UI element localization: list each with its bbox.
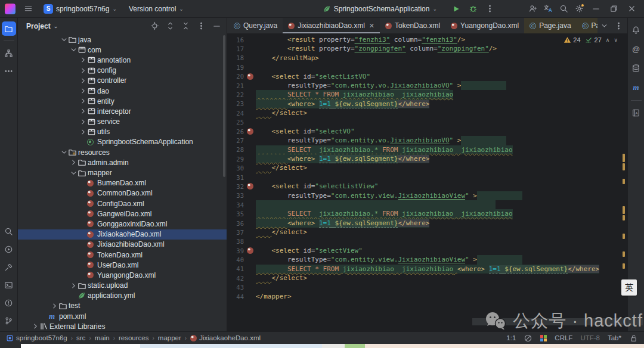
project-tool-button[interactable] bbox=[2, 21, 16, 36]
error-stripe-mark[interactable] bbox=[623, 234, 625, 239]
tree-expand-chevron-icon[interactable] bbox=[79, 57, 87, 63]
typos-indicator[interactable]: 27 bbox=[585, 36, 602, 44]
error-stripe-mark[interactable] bbox=[623, 215, 625, 220]
tree-item-tokendao-xml[interactable]: TokenDao.xml bbox=[18, 250, 227, 260]
minimize-button[interactable] bbox=[587, 2, 605, 16]
hide-panel-button[interactable] bbox=[210, 20, 223, 33]
plugin-status-button[interactable] bbox=[540, 335, 547, 341]
tab-tokendao-xml[interactable]: TokenDao.xml bbox=[380, 18, 445, 33]
code-editor[interactable]: 16 <result property="fenzhi3" column="fe… bbox=[227, 34, 627, 331]
run-configuration-selector[interactable]: SpringbootSchemaApplication ⌄ bbox=[318, 2, 441, 15]
tree-item-yuangongdao-xml[interactable]: YuangongDao.xml bbox=[18, 270, 227, 280]
breadcrumb-src[interactable]: src bbox=[76, 334, 85, 341]
tree-expand-chevron-icon[interactable] bbox=[79, 67, 87, 74]
run-tool-button[interactable] bbox=[2, 242, 16, 256]
database-tool-button[interactable] bbox=[629, 61, 643, 75]
expand-all-button[interactable] bbox=[163, 20, 177, 33]
project-selector[interactable]: S springboot57n6g ⌄ bbox=[39, 2, 121, 16]
tree-item-external-libraries[interactable]: External Libraries bbox=[18, 321, 227, 331]
tree-collapse-chevron-icon[interactable] bbox=[69, 46, 78, 53]
notifications-button[interactable] bbox=[629, 23, 643, 37]
tree-expand-chevron-icon[interactable] bbox=[50, 303, 58, 309]
terminal-tool-button[interactable] bbox=[2, 278, 16, 292]
tree-expand-chevron-icon[interactable] bbox=[79, 119, 87, 125]
collapse-all-button[interactable] bbox=[179, 20, 192, 33]
search-everywhere-button[interactable] bbox=[556, 2, 571, 16]
tab-query-java[interactable]: CQuery.java bbox=[228, 18, 283, 33]
error-stripe-mark[interactable] bbox=[623, 154, 625, 162]
find-tool-button[interactable] bbox=[2, 224, 16, 238]
tree-item-resources[interactable]: resources bbox=[18, 147, 227, 157]
tree-expand-chevron-icon[interactable] bbox=[69, 282, 78, 289]
tab-page-java[interactable]: CPage.java bbox=[524, 18, 576, 33]
tree-expand-chevron-icon[interactable] bbox=[79, 129, 87, 135]
line-separator-widget[interactable]: CRLF bbox=[555, 334, 572, 341]
tree-item-application-yml[interactable]: application.yml bbox=[18, 291, 227, 301]
indent-widget[interactable]: Tab* bbox=[608, 334, 621, 341]
previous-problem-button[interactable]: ∧ bbox=[606, 37, 610, 43]
structure-tool-button[interactable] bbox=[2, 46, 16, 60]
tab-jixiaozhibiaodao-xml[interactable]: JixiaozhibiaoDao.xml✕ bbox=[283, 18, 380, 33]
tree-collapse-chevron-icon[interactable] bbox=[60, 149, 68, 156]
tree-item-test[interactable]: test bbox=[18, 301, 227, 311]
next-problem-button[interactable]: ∨ bbox=[614, 37, 618, 43]
build-tool-button[interactable] bbox=[2, 260, 16, 274]
close-tab-icon[interactable]: ✕ bbox=[369, 22, 374, 30]
error-stripe-mark[interactable] bbox=[623, 163, 625, 170]
git-tool-button[interactable] bbox=[2, 313, 16, 328]
tree-collapse-chevron-icon[interactable] bbox=[60, 36, 68, 43]
project-panel-title[interactable]: Project ⌄ bbox=[26, 22, 58, 30]
mybatis-statement-gutter-icon[interactable] bbox=[244, 247, 256, 254]
panel-options-button[interactable] bbox=[194, 20, 208, 33]
error-stripe-mark[interactable] bbox=[623, 179, 625, 184]
tree-collapse-chevron-icon[interactable] bbox=[69, 170, 78, 176]
tree-item-gonggaoxinxidao-xml[interactable]: GonggaoxinxiDao.xml bbox=[18, 219, 227, 229]
debug-button[interactable] bbox=[465, 2, 481, 16]
tree-item-configdao-xml[interactable]: ConfigDao.xml bbox=[18, 198, 227, 209]
tree-item-springbootschemaapplication[interactable]: SpringbootSchemaApplication bbox=[18, 137, 227, 147]
tree-item-utils[interactable]: utils bbox=[18, 127, 227, 137]
warnings-indicator[interactable]: 24 bbox=[564, 36, 580, 44]
breadcrumb-main[interactable]: main bbox=[95, 334, 110, 341]
tree-item-pom-xml[interactable]: mpom.xml bbox=[18, 311, 227, 321]
tree-item-service[interactable]: service bbox=[18, 117, 227, 127]
error-stripe-mark[interactable] bbox=[623, 206, 625, 214]
problems-tool-button[interactable] bbox=[2, 296, 16, 310]
tree-scrollbar[interactable] bbox=[223, 35, 225, 177]
tree-expand-chevron-icon[interactable] bbox=[31, 323, 39, 330]
tree-expand-chevron-icon[interactable] bbox=[79, 98, 87, 104]
breadcrumb-springboot57n6g[interactable]: springboot57n6g bbox=[6, 334, 67, 342]
maven-tool-button[interactable]: m bbox=[629, 80, 643, 94]
mybatis-statement-gutter-icon[interactable] bbox=[244, 73, 256, 80]
tree-item-entity[interactable]: entity bbox=[18, 96, 227, 106]
tab-pagination-ja[interactable]: CPagination.ja bbox=[577, 18, 597, 33]
error-stripe-mark[interactable] bbox=[623, 263, 625, 269]
mybatis-statement-gutter-icon[interactable] bbox=[244, 128, 256, 135]
caret-position[interactable]: 1:1 bbox=[506, 334, 516, 341]
tree-item-commondao-xml[interactable]: CommonDao.xml bbox=[18, 188, 227, 198]
tree-expand-chevron-icon[interactable] bbox=[79, 88, 87, 94]
spring-tool-button[interactable]: @ bbox=[629, 42, 643, 56]
tree-item-dao[interactable]: dao bbox=[18, 86, 227, 96]
error-stripe-mark[interactable] bbox=[623, 251, 625, 257]
inspections-widget[interactable]: 24 27 ∧ ∨ bbox=[564, 36, 618, 44]
more-actions-button[interactable] bbox=[482, 2, 497, 16]
tree-item-jixiaokaohedao-xml[interactable]: JixiaokaoheDao.xml bbox=[18, 229, 227, 240]
tree-item-userdao-xml[interactable]: UserDao.xml bbox=[18, 260, 227, 270]
tree-item-java[interactable]: java bbox=[18, 35, 227, 45]
tab-yuangongdao-xml[interactable]: YuangongDao.xml bbox=[445, 18, 524, 33]
select-opened-file-button[interactable] bbox=[148, 20, 161, 33]
tab-options-button[interactable] bbox=[612, 19, 625, 32]
vcs-widget[interactable]: Version control ⌄ bbox=[125, 2, 188, 15]
tree-item-controller[interactable]: controller bbox=[18, 76, 227, 86]
close-button[interactable] bbox=[623, 2, 640, 16]
tree-item-static-upload[interactable]: static.upload bbox=[18, 281, 227, 291]
more-tool-windows-button[interactable] bbox=[2, 64, 16, 78]
translate-button[interactable]: A bbox=[540, 2, 556, 16]
tree-item-mapper[interactable]: mapper bbox=[18, 167, 227, 178]
code-with-me-button[interactable] bbox=[525, 2, 540, 16]
documentation-tool-button[interactable]: A bbox=[629, 105, 643, 120]
breadcrumb-mapper[interactable]: mapper bbox=[158, 334, 181, 341]
settings-button[interactable] bbox=[571, 2, 587, 16]
breadcrumb-jixiaokaohedao-xml[interactable]: JixiaokaoheDao.xml bbox=[190, 334, 261, 341]
